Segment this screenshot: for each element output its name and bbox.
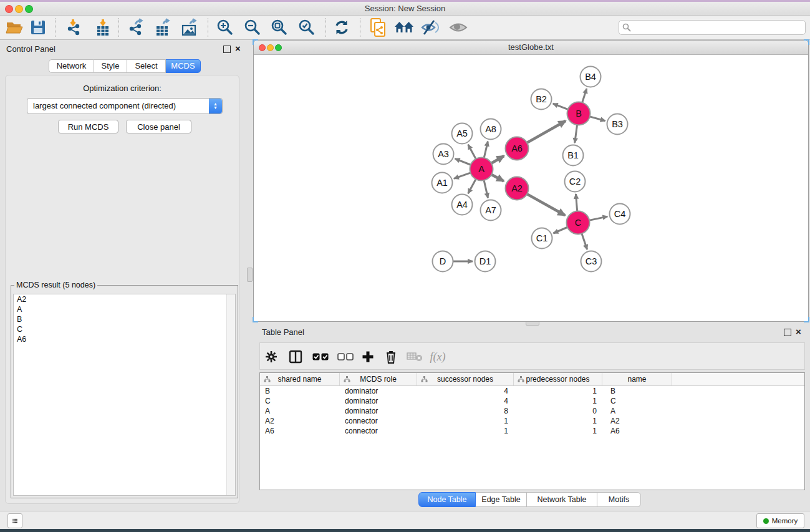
frame-resize-corner[interactable]	[253, 317, 258, 322]
zoom-in-button[interactable]	[214, 17, 236, 38]
close-panel-button[interactable]: Close panel	[126, 120, 191, 133]
frame-resize-corner[interactable]	[253, 39, 258, 45]
zoom-fit-button[interactable]	[268, 17, 291, 38]
table-cell[interactable]: B	[260, 386, 340, 396]
graph-edge-A2-C[interactable]	[526, 193, 565, 215]
tab-motifs[interactable]: Motifs	[597, 492, 641, 507]
import-table-button[interactable]	[92, 17, 114, 38]
zoom-selected-button[interactable]	[296, 17, 318, 38]
graph-edge-A-A7[interactable]	[484, 179, 488, 198]
graph-node-A7[interactable]: A7	[481, 200, 501, 221]
close-window-light[interactable]	[5, 5, 13, 13]
apply-layout-button[interactable]	[330, 17, 353, 38]
table-cell[interactable]: C	[260, 396, 340, 406]
list-scrollbar[interactable]	[226, 294, 235, 495]
table-cell[interactable]	[672, 426, 804, 436]
graph-edge-A-A1[interactable]	[454, 172, 471, 178]
table-cell[interactable]: 1	[417, 416, 514, 426]
tab-edge-table[interactable]: Edge Table	[476, 492, 527, 507]
graph-node-A5[interactable]: A5	[452, 123, 473, 144]
table-cell[interactable]: connector	[340, 416, 417, 426]
function-builder-button[interactable]: f(x)	[429, 348, 446, 365]
table-cell[interactable]: 1	[514, 386, 602, 396]
table-cell[interactable]: A	[260, 406, 340, 416]
graph-edge-A-A3[interactable]	[455, 158, 472, 165]
network-frame-titlebar[interactable]: testGlobe.txt	[254, 41, 808, 55]
graph-edge-A-A2[interactable]	[491, 174, 504, 181]
tab-node-table[interactable]: Node Table	[418, 492, 476, 507]
graph-node-C3[interactable]: C3	[581, 251, 602, 272]
table-row[interactable]: Adominator80A	[260, 406, 804, 416]
deselect-all-button[interactable]	[337, 348, 354, 365]
import-network-button[interactable]	[63, 17, 85, 38]
mcds-result-item[interactable]: C	[14, 324, 235, 334]
table-row[interactable]: A6connector11A6	[260, 426, 804, 436]
table-panel-close-button[interactable]: ×	[796, 328, 801, 336]
control-panel-float-button[interactable]	[223, 46, 231, 53]
table-cell[interactable]: dominator	[340, 386, 417, 396]
graph-edge-C-C4[interactable]	[588, 216, 607, 221]
table-cell[interactable]	[672, 406, 804, 416]
table-cell[interactable]: 1	[417, 426, 514, 436]
graph-edge-C-C2[interactable]	[576, 194, 577, 213]
memory-button[interactable]: Memory	[756, 513, 804, 528]
network-canvas[interactable]: B4B2BB3A5A8A6A3B1AA1C2A2A4A7C4CC1C3DD1	[254, 54, 808, 321]
table-cell[interactable]: A6	[602, 426, 672, 436]
frame-resize-corner[interactable]	[804, 39, 809, 45]
graph-edge-B-B3[interactable]	[589, 116, 605, 120]
graph-edge-C-C1[interactable]	[554, 227, 569, 234]
task-history-button[interactable]	[7, 513, 22, 528]
table-cell[interactable]: A2	[602, 416, 672, 426]
graph-node-B2[interactable]: B2	[531, 89, 552, 110]
graph-edge-A-A4[interactable]	[468, 178, 477, 194]
table-cell[interactable]: dominator	[340, 396, 417, 406]
graph-node-A[interactable]: A	[470, 158, 493, 181]
vertical-splitter-handle[interactable]	[247, 268, 253, 282]
graph-node-A3[interactable]: A3	[433, 144, 454, 165]
graph-node-C2[interactable]: C2	[565, 172, 586, 192]
mcds-result-item[interactable]: A6	[14, 334, 235, 344]
graph-node-B1[interactable]: B1	[563, 145, 584, 166]
table-cell[interactable]: C	[602, 396, 672, 406]
table-cell[interactable]: 0	[514, 406, 602, 416]
table-panel-float-button[interactable]	[784, 329, 791, 336]
search-input[interactable]	[634, 22, 803, 33]
mcds-result-item[interactable]: A2	[14, 294, 235, 304]
table-row[interactable]: A2connector11A2	[260, 416, 804, 426]
delete-table-button[interactable]	[406, 348, 423, 365]
hide-selected-button[interactable]	[419, 17, 441, 38]
export-image-button[interactable]	[178, 17, 201, 38]
table-cell[interactable]	[672, 416, 804, 426]
table-cell[interactable]: 1	[514, 426, 602, 436]
mcds-result-list[interactable]: A2ABCA6	[13, 294, 236, 496]
graph-node-A6[interactable]: A6	[506, 137, 529, 160]
graph-edge-B-B4[interactable]	[582, 89, 587, 104]
graph-node-A4[interactable]: A4	[452, 195, 473, 215]
table-cell[interactable]: 1	[514, 396, 602, 406]
table-cell[interactable]: 8	[417, 406, 514, 416]
table-cell[interactable]	[672, 396, 804, 406]
select-all-button[interactable]	[312, 348, 329, 365]
table-row[interactable]: Cdominator41C	[260, 396, 804, 406]
table-cell[interactable]	[672, 386, 804, 396]
clone-network-button[interactable]	[367, 17, 389, 38]
show-column-button[interactable]	[287, 348, 304, 365]
tab-network[interactable]: Network	[49, 59, 94, 73]
graph-node-C4[interactable]: C4	[610, 204, 630, 225]
graph-edge-A-A6[interactable]	[490, 156, 504, 164]
graph-node-D[interactable]: D	[433, 251, 453, 272]
table-cell[interactable]: A	[602, 406, 672, 416]
graph-edge-A6-B[interactable]	[526, 121, 566, 143]
table-row[interactable]: Bdominator41B	[260, 386, 804, 396]
column-header-name[interactable]: name	[602, 373, 672, 385]
mcds-result-item[interactable]: B	[14, 314, 235, 324]
graph-node-A2[interactable]: A2	[506, 177, 529, 200]
mcds-result-item[interactable]: A	[14, 304, 235, 314]
table-cell[interactable]: connector	[340, 426, 417, 436]
tab-style[interactable]: Style	[94, 59, 127, 73]
graph-node-C[interactable]: C	[567, 211, 590, 235]
export-network-button[interactable]	[125, 17, 147, 38]
network-maximize-light[interactable]	[275, 44, 282, 51]
table-cell[interactable]: A2	[260, 416, 340, 426]
run-mcds-button[interactable]: Run MCDS	[58, 120, 118, 133]
